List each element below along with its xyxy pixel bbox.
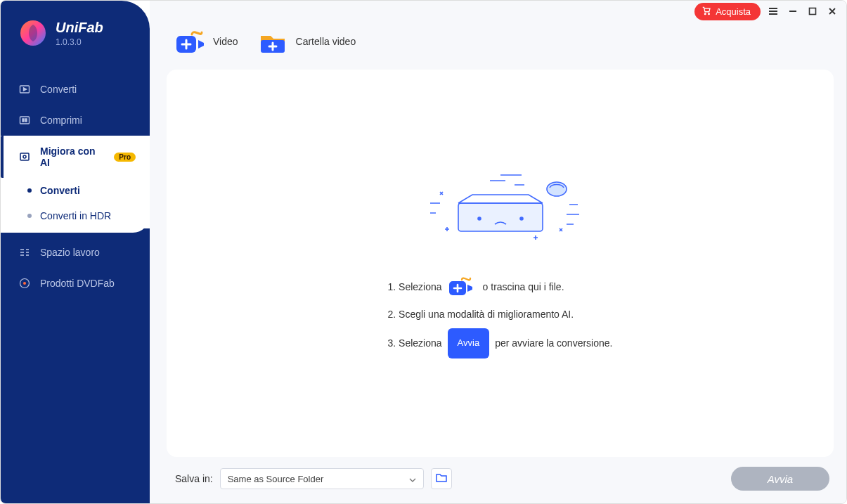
start-chip: Avvia	[448, 328, 490, 358]
minimize-button[interactable]	[786, 4, 800, 18]
sidebar-label: Comprimi	[40, 115, 82, 126]
add-video-icon	[175, 27, 205, 56]
save-in-label: Salva in:	[175, 473, 213, 484]
svg-rect-6	[20, 153, 29, 160]
app-name: UniFab	[56, 20, 103, 36]
step-text: 2. Scegli una modalità di miglioramento …	[388, 301, 574, 328]
buy-label: Acquista	[716, 6, 751, 17]
svg-point-9	[23, 282, 26, 285]
close-button[interactable]	[825, 4, 839, 18]
sidebar-sub-label: Converti in HDR	[40, 210, 111, 221]
instruction-steps: 1. Seleziona o trascina qui i file. 2. S…	[388, 273, 613, 358]
svg-point-0	[705, 13, 706, 14]
browse-folder-button[interactable]	[431, 468, 452, 489]
svg-rect-5	[20, 117, 30, 124]
start-button[interactable]: Avvia	[731, 467, 829, 491]
sidebar-item-enhance-ai[interactable]: Migiora con AI Pro	[1, 136, 150, 178]
main-area: Video Cartella video	[150, 1, 846, 503]
bullet-icon	[27, 214, 32, 218]
sidebar-label: Converti	[40, 84, 77, 95]
sidebar-label: Prodotti DVDFab	[40, 278, 115, 289]
step-text: 1. Seleziona	[388, 273, 442, 301]
add-video-button[interactable]: Video	[175, 27, 238, 56]
destination-select[interactable]: Same as Source Folder	[220, 468, 424, 489]
add-folder-icon	[258, 27, 287, 56]
sidebar-item-convert[interactable]: Converti	[1, 74, 150, 105]
brand: UniFab 1.0.3.0	[1, 1, 150, 61]
compress-icon	[19, 115, 30, 126]
app-logo	[19, 19, 47, 47]
add-folder-button[interactable]: Cartella video	[258, 27, 356, 56]
workspace-icon	[19, 247, 30, 258]
svg-point-7	[23, 155, 26, 158]
pro-badge: Pro	[114, 153, 136, 162]
svg-point-14	[478, 217, 481, 220]
step-text: per avviare la conversione.	[495, 330, 612, 357]
buy-button[interactable]: Acquista	[694, 3, 761, 20]
drop-zone[interactable]: 1. Seleziona o trascina qui i file. 2. S…	[167, 70, 834, 457]
app-version: 1.0.3.0	[56, 37, 103, 47]
folder-icon	[436, 472, 447, 485]
mini-add-video-icon[interactable]	[448, 277, 477, 298]
add-folder-label: Cartella video	[296, 36, 356, 47]
step-text: 3. Seleziona	[388, 330, 442, 357]
sidebar-sub-label: Converti	[40, 185, 80, 196]
sidebar-label: Spazio lavoro	[40, 247, 100, 258]
sidebar-sub-convert[interactable]: Converti	[1, 178, 150, 203]
svg-point-1	[709, 13, 710, 14]
bullet-icon	[27, 188, 32, 193]
svg-rect-13	[458, 203, 543, 231]
sidebar-label: Migiora con AI	[40, 146, 104, 168]
sidebar-item-dvdfab[interactable]: Prodotti DVDFab	[1, 268, 150, 299]
empty-illustration	[409, 168, 592, 245]
cart-icon	[701, 6, 711, 18]
dvdfab-icon	[19, 278, 30, 289]
menu-icon[interactable]	[766, 4, 780, 18]
sidebar-item-workspace[interactable]: Spazio lavoro	[1, 237, 150, 268]
svg-point-15	[520, 217, 523, 220]
sidebar-item-compress[interactable]: Comprimi	[1, 105, 150, 136]
destination-value: Same as Source Folder	[228, 474, 324, 484]
step-text: o trascina qui i file.	[483, 273, 564, 301]
play-box-icon	[19, 84, 30, 95]
sidebar: UniFab 1.0.3.0 Converti Comprimi Migiora…	[1, 1, 150, 503]
svg-rect-2	[810, 8, 816, 15]
ai-icon	[19, 151, 30, 162]
chevron-down-icon	[409, 474, 416, 484]
add-video-label: Video	[213, 36, 238, 47]
sidebar-sub-convert-hdr[interactable]: Converti in HDR	[1, 203, 150, 228]
maximize-button[interactable]	[806, 4, 820, 18]
